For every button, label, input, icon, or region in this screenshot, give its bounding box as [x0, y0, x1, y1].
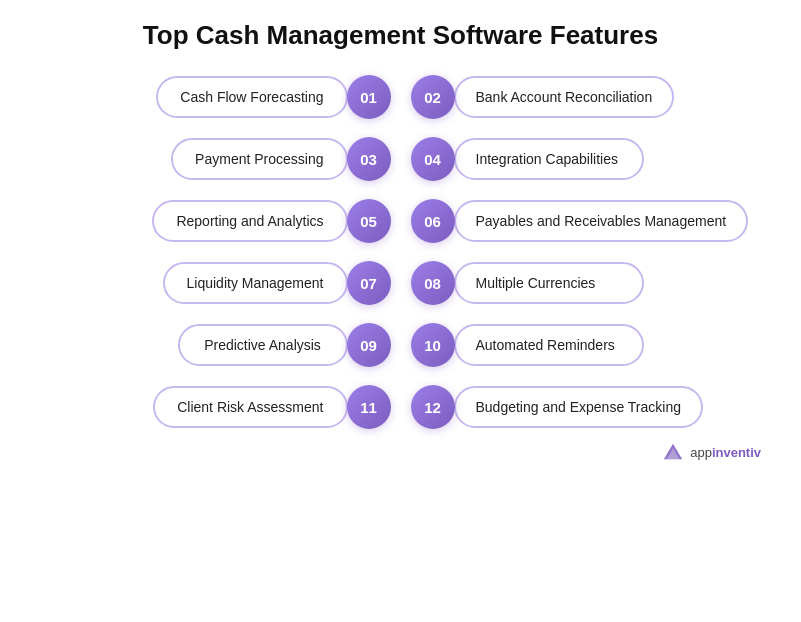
feature-pill-07: Liquidity Management — [163, 262, 348, 304]
feature-item-06: 06 Payables and Receivables Management — [411, 199, 772, 243]
feature-item-02: 02 Bank Account Reconciliation — [411, 75, 772, 119]
logo-icon — [662, 441, 684, 463]
feature-badge-01: 01 — [347, 75, 391, 119]
feature-pill-05: Reporting and Analytics — [152, 200, 347, 242]
feature-item-03: Payment Processing 03 — [30, 137, 391, 181]
feature-item-01: Cash Flow Forecasting 01 — [30, 75, 391, 119]
feature-badge-07: 07 — [347, 261, 391, 305]
feature-item-11: Client Risk Assessment 11 — [30, 385, 391, 429]
logo-area: appinventiv — [30, 441, 771, 463]
feature-pill-06: Payables and Receivables Management — [454, 200, 749, 242]
feature-item-04: 04 Integration Capabilities — [411, 137, 772, 181]
feature-pill-01: Cash Flow Forecasting — [156, 76, 347, 118]
feature-badge-03: 03 — [347, 137, 391, 181]
feature-item-08: 08 Multiple Currencies — [411, 261, 772, 305]
feature-item-09: Predictive Analysis 09 — [30, 323, 391, 367]
feature-item-05: Reporting and Analytics 05 — [30, 199, 391, 243]
feature-pill-08: Multiple Currencies — [454, 262, 644, 304]
feature-badge-09: 09 — [347, 323, 391, 367]
feature-badge-06: 06 — [411, 199, 455, 243]
feature-badge-12: 12 — [411, 385, 455, 429]
feature-badge-11: 11 — [347, 385, 391, 429]
feature-badge-08: 08 — [411, 261, 455, 305]
feature-badge-05: 05 — [347, 199, 391, 243]
feature-item-07: Liquidity Management 07 — [30, 261, 391, 305]
page-title: Top Cash Management Software Features — [143, 20, 658, 51]
logo-text: appinventiv — [690, 445, 761, 460]
feature-pill-02: Bank Account Reconciliation — [454, 76, 675, 118]
feature-pill-12: Budgeting and Expense Tracking — [454, 386, 703, 428]
feature-badge-10: 10 — [411, 323, 455, 367]
feature-pill-10: Automated Reminders — [454, 324, 644, 366]
feature-badge-02: 02 — [411, 75, 455, 119]
feature-pill-03: Payment Processing — [171, 138, 347, 180]
feature-pill-04: Integration Capabilities — [454, 138, 644, 180]
feature-badge-04: 04 — [411, 137, 455, 181]
features-grid: Cash Flow Forecasting 01 02 Bank Account… — [30, 75, 771, 429]
feature-item-10: 10 Automated Reminders — [411, 323, 772, 367]
feature-pill-09: Predictive Analysis — [178, 324, 348, 366]
feature-item-12: 12 Budgeting and Expense Tracking — [411, 385, 772, 429]
feature-pill-11: Client Risk Assessment — [153, 386, 347, 428]
